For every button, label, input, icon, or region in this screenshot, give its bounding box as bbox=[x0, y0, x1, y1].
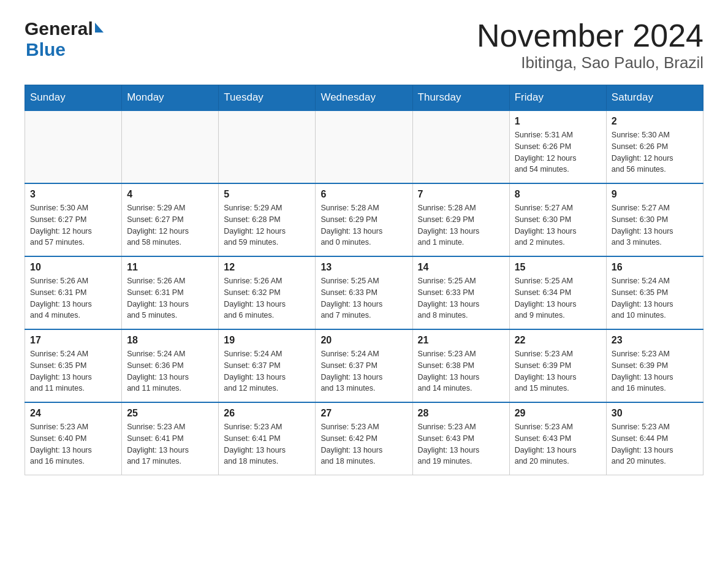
calendar-week-2: 10Sunrise: 5:26 AM Sunset: 6:31 PM Dayli… bbox=[25, 256, 703, 329]
calendar-cell: 3Sunrise: 5:30 AM Sunset: 6:27 PM Daylig… bbox=[25, 183, 122, 256]
day-number: 23 bbox=[612, 335, 698, 346]
calendar-cell: 1Sunrise: 5:31 AM Sunset: 6:26 PM Daylig… bbox=[509, 110, 606, 183]
day-info: Sunrise: 5:25 AM Sunset: 6:34 PM Dayligh… bbox=[515, 275, 601, 321]
calendar-cell: 7Sunrise: 5:28 AM Sunset: 6:29 PM Daylig… bbox=[412, 183, 509, 256]
calendar-cell: 28Sunrise: 5:23 AM Sunset: 6:43 PM Dayli… bbox=[412, 402, 509, 475]
day-info: Sunrise: 5:24 AM Sunset: 6:37 PM Dayligh… bbox=[224, 348, 310, 394]
calendar-subtitle: Ibitinga, Sao Paulo, Brazil bbox=[477, 53, 703, 72]
calendar-cell bbox=[412, 110, 509, 183]
day-number: 28 bbox=[418, 408, 504, 419]
day-number: 10 bbox=[30, 262, 116, 273]
day-number: 2 bbox=[612, 116, 698, 127]
day-info: Sunrise: 5:23 AM Sunset: 6:39 PM Dayligh… bbox=[515, 348, 601, 394]
calendar-table: SundayMondayTuesdayWednesdayThursdayFrid… bbox=[25, 85, 703, 475]
calendar-cell: 14Sunrise: 5:25 AM Sunset: 6:33 PM Dayli… bbox=[412, 256, 509, 329]
day-info: Sunrise: 5:23 AM Sunset: 6:40 PM Dayligh… bbox=[30, 421, 116, 467]
day-info: Sunrise: 5:23 AM Sunset: 6:41 PM Dayligh… bbox=[224, 421, 310, 467]
page-header: General Blue November 2024 Ibitinga, Sao… bbox=[25, 18, 703, 72]
day-number: 17 bbox=[30, 335, 116, 346]
calendar-week-3: 17Sunrise: 5:24 AM Sunset: 6:35 PM Dayli… bbox=[25, 329, 703, 402]
day-info: Sunrise: 5:24 AM Sunset: 6:37 PM Dayligh… bbox=[320, 348, 407, 394]
day-number: 4 bbox=[127, 189, 213, 200]
day-header-tuesday: Tuesday bbox=[219, 85, 316, 111]
day-header-friday: Friday bbox=[509, 85, 606, 111]
day-info: Sunrise: 5:27 AM Sunset: 6:30 PM Dayligh… bbox=[515, 202, 601, 248]
calendar-cell: 29Sunrise: 5:23 AM Sunset: 6:43 PM Dayli… bbox=[509, 402, 606, 475]
day-info: Sunrise: 5:25 AM Sunset: 6:33 PM Dayligh… bbox=[320, 275, 407, 321]
day-info: Sunrise: 5:23 AM Sunset: 6:43 PM Dayligh… bbox=[418, 421, 504, 467]
calendar-cell: 24Sunrise: 5:23 AM Sunset: 6:40 PM Dayli… bbox=[25, 402, 122, 475]
calendar-cell: 18Sunrise: 5:24 AM Sunset: 6:36 PM Dayli… bbox=[122, 329, 219, 402]
calendar-cell: 10Sunrise: 5:26 AM Sunset: 6:31 PM Dayli… bbox=[25, 256, 122, 329]
day-number: 26 bbox=[224, 408, 310, 419]
day-info: Sunrise: 5:28 AM Sunset: 6:29 PM Dayligh… bbox=[418, 202, 504, 248]
day-number: 18 bbox=[127, 335, 213, 346]
calendar-cell: 9Sunrise: 5:27 AM Sunset: 6:30 PM Daylig… bbox=[606, 183, 703, 256]
day-number: 8 bbox=[515, 189, 601, 200]
calendar-cell: 22Sunrise: 5:23 AM Sunset: 6:39 PM Dayli… bbox=[509, 329, 606, 402]
calendar-cell: 20Sunrise: 5:24 AM Sunset: 6:37 PM Dayli… bbox=[316, 329, 412, 402]
title-block: November 2024 Ibitinga, Sao Paulo, Brazi… bbox=[477, 18, 703, 72]
day-number: 13 bbox=[320, 262, 407, 273]
calendar-cell bbox=[25, 110, 122, 183]
day-info: Sunrise: 5:26 AM Sunset: 6:32 PM Dayligh… bbox=[224, 275, 310, 321]
day-number: 16 bbox=[612, 262, 698, 273]
day-info: Sunrise: 5:30 AM Sunset: 6:27 PM Dayligh… bbox=[30, 202, 116, 248]
calendar-cell: 17Sunrise: 5:24 AM Sunset: 6:35 PM Dayli… bbox=[25, 329, 122, 402]
day-number: 9 bbox=[612, 189, 698, 200]
day-number: 19 bbox=[224, 335, 310, 346]
calendar-body: 1Sunrise: 5:31 AM Sunset: 6:26 PM Daylig… bbox=[25, 110, 703, 475]
day-header-monday: Monday bbox=[122, 85, 219, 111]
calendar-cell: 4Sunrise: 5:29 AM Sunset: 6:27 PM Daylig… bbox=[122, 183, 219, 256]
calendar-cell: 30Sunrise: 5:23 AM Sunset: 6:44 PM Dayli… bbox=[606, 402, 703, 475]
calendar-cell: 21Sunrise: 5:23 AM Sunset: 6:38 PM Dayli… bbox=[412, 329, 509, 402]
calendar-cell bbox=[122, 110, 219, 183]
day-info: Sunrise: 5:29 AM Sunset: 6:28 PM Dayligh… bbox=[224, 202, 310, 248]
calendar-header: SundayMondayTuesdayWednesdayThursdayFrid… bbox=[25, 85, 703, 111]
calendar-cell: 25Sunrise: 5:23 AM Sunset: 6:41 PM Dayli… bbox=[122, 402, 219, 475]
calendar-title: November 2024 bbox=[477, 18, 703, 53]
day-number: 29 bbox=[515, 408, 601, 419]
day-info: Sunrise: 5:23 AM Sunset: 6:44 PM Dayligh… bbox=[612, 421, 698, 467]
logo: General Blue bbox=[25, 18, 104, 60]
day-header-row: SundayMondayTuesdayWednesdayThursdayFrid… bbox=[25, 85, 703, 111]
day-info: Sunrise: 5:28 AM Sunset: 6:29 PM Dayligh… bbox=[320, 202, 407, 248]
day-number: 11 bbox=[127, 262, 213, 273]
calendar-cell: 2Sunrise: 5:30 AM Sunset: 6:26 PM Daylig… bbox=[606, 110, 703, 183]
calendar-cell: 16Sunrise: 5:24 AM Sunset: 6:35 PM Dayli… bbox=[606, 256, 703, 329]
day-info: Sunrise: 5:23 AM Sunset: 6:43 PM Dayligh… bbox=[515, 421, 601, 467]
day-info: Sunrise: 5:23 AM Sunset: 6:39 PM Dayligh… bbox=[612, 348, 698, 394]
day-header-saturday: Saturday bbox=[606, 85, 703, 111]
logo-blue-text: Blue bbox=[25, 39, 66, 59]
calendar-cell: 6Sunrise: 5:28 AM Sunset: 6:29 PM Daylig… bbox=[316, 183, 412, 256]
day-number: 14 bbox=[418, 262, 504, 273]
day-info: Sunrise: 5:27 AM Sunset: 6:30 PM Dayligh… bbox=[612, 202, 698, 248]
day-number: 27 bbox=[320, 408, 407, 419]
day-number: 12 bbox=[224, 262, 310, 273]
calendar-cell: 5Sunrise: 5:29 AM Sunset: 6:28 PM Daylig… bbox=[219, 183, 316, 256]
day-info: Sunrise: 5:26 AM Sunset: 6:31 PM Dayligh… bbox=[30, 275, 116, 321]
day-info: Sunrise: 5:30 AM Sunset: 6:26 PM Dayligh… bbox=[612, 129, 698, 175]
calendar-week-4: 24Sunrise: 5:23 AM Sunset: 6:40 PM Dayli… bbox=[25, 402, 703, 475]
calendar-week-0: 1Sunrise: 5:31 AM Sunset: 6:26 PM Daylig… bbox=[25, 110, 703, 183]
day-info: Sunrise: 5:25 AM Sunset: 6:33 PM Dayligh… bbox=[418, 275, 504, 321]
calendar-cell: 27Sunrise: 5:23 AM Sunset: 6:42 PM Dayli… bbox=[316, 402, 412, 475]
day-number: 30 bbox=[612, 408, 698, 419]
day-info: Sunrise: 5:23 AM Sunset: 6:41 PM Dayligh… bbox=[127, 421, 213, 467]
calendar-cell: 15Sunrise: 5:25 AM Sunset: 6:34 PM Dayli… bbox=[509, 256, 606, 329]
day-info: Sunrise: 5:23 AM Sunset: 6:42 PM Dayligh… bbox=[320, 421, 407, 467]
day-info: Sunrise: 5:24 AM Sunset: 6:36 PM Dayligh… bbox=[127, 348, 213, 394]
day-info: Sunrise: 5:24 AM Sunset: 6:35 PM Dayligh… bbox=[612, 275, 698, 321]
day-number: 22 bbox=[515, 335, 601, 346]
calendar-cell: 8Sunrise: 5:27 AM Sunset: 6:30 PM Daylig… bbox=[509, 183, 606, 256]
calendar-week-1: 3Sunrise: 5:30 AM Sunset: 6:27 PM Daylig… bbox=[25, 183, 703, 256]
calendar-cell: 11Sunrise: 5:26 AM Sunset: 6:31 PM Dayli… bbox=[122, 256, 219, 329]
calendar-cell: 26Sunrise: 5:23 AM Sunset: 6:41 PM Dayli… bbox=[219, 402, 316, 475]
calendar-cell bbox=[219, 110, 316, 183]
day-number: 20 bbox=[320, 335, 407, 346]
day-info: Sunrise: 5:24 AM Sunset: 6:35 PM Dayligh… bbox=[30, 348, 116, 394]
day-number: 3 bbox=[30, 189, 116, 200]
day-number: 5 bbox=[224, 189, 310, 200]
day-header-thursday: Thursday bbox=[412, 85, 509, 111]
day-header-sunday: Sunday bbox=[25, 85, 122, 111]
